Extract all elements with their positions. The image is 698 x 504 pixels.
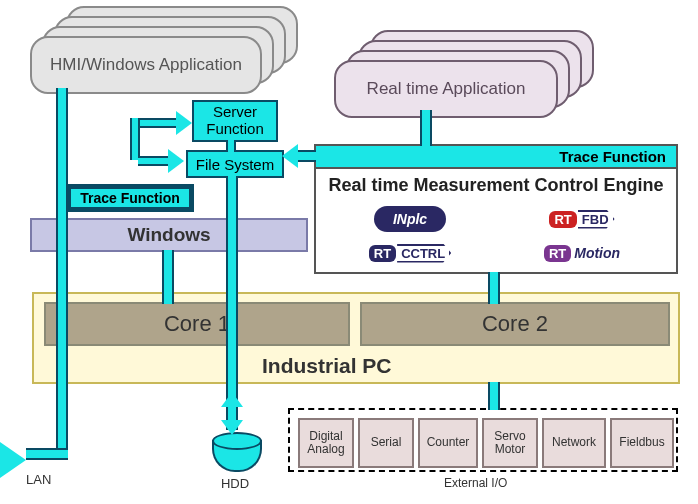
hmi-app-label: HMI/Windows Application	[50, 55, 242, 75]
connector	[26, 448, 68, 460]
arrow-lan-icon	[0, 442, 26, 478]
trace-function-left-label: Trace Function	[80, 190, 180, 206]
hmi-app-stack: HMI/Windows Application	[30, 6, 294, 92]
windows-layer: Windows	[30, 218, 308, 252]
realtime-app-label: Real time Application	[367, 79, 526, 99]
arrow-icon	[221, 392, 243, 407]
core2-box: Core 2	[360, 302, 670, 346]
trace-function-right: Trace Function	[316, 146, 676, 169]
server-function-box: Server Function	[192, 100, 278, 142]
connector	[420, 110, 432, 146]
connector	[130, 118, 140, 160]
file-system-box: File System	[186, 150, 284, 178]
measurement-engine-panel: Trace Function Real time Measurement Con…	[314, 144, 678, 274]
windows-label: Windows	[127, 224, 210, 246]
io-counter: Counter	[418, 418, 478, 468]
io-fieldbus: Fieldbus	[610, 418, 674, 468]
server-function-line1: Server	[213, 103, 257, 120]
io-network: Network	[542, 418, 606, 468]
badge-inplc: INplc	[338, 206, 482, 232]
core1-box: Core 1	[44, 302, 350, 346]
hdd-label: HDD	[212, 476, 258, 491]
lan-label: LAN	[26, 472, 51, 487]
badge-rtcctrl: RTCCTRL	[338, 240, 482, 266]
badge-rtmotion: RTMotion	[510, 240, 654, 266]
connector	[138, 156, 170, 166]
arrow-icon	[176, 111, 192, 135]
connector	[488, 382, 500, 410]
file-system-label: File System	[196, 156, 274, 173]
io-digital-analog: Digital Analog	[298, 418, 354, 468]
trace-function-left: Trace Function	[66, 184, 194, 212]
io-serial: Serial	[358, 418, 414, 468]
connector	[138, 118, 178, 128]
connector	[56, 88, 68, 456]
server-function-line2: Function	[206, 120, 264, 137]
measurement-engine-title: Real time Measurement Control Engine	[316, 169, 676, 196]
external-io-box: Digital Analog Serial Counter Servo Moto…	[288, 408, 678, 472]
arrow-icon	[221, 420, 243, 435]
arrow-icon	[168, 149, 184, 173]
arrow-icon	[282, 144, 298, 168]
industrial-pc-label: Industrial PC	[262, 354, 392, 378]
connector	[488, 272, 500, 304]
io-servo-motor: Servo Motor	[482, 418, 538, 468]
connector	[162, 250, 174, 304]
connector	[296, 150, 316, 162]
connector	[226, 140, 236, 152]
realtime-app-stack: Real time Application	[334, 30, 594, 116]
external-io-caption: External I/O	[444, 476, 507, 490]
badge-rtfbd: RTFBD	[510, 206, 654, 232]
